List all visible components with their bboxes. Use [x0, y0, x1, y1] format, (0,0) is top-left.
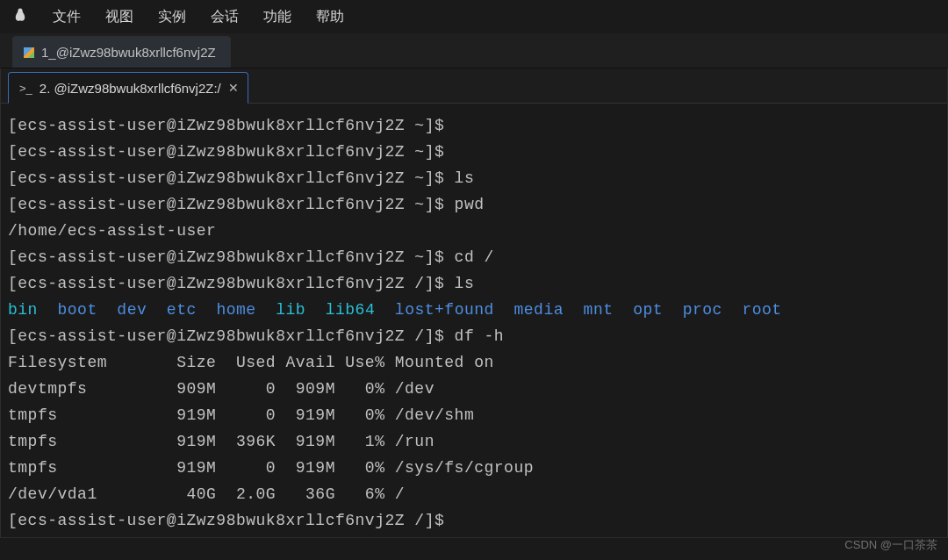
terminal-panel: >_ 2. @iZwz98bwuk8xrllcf6nvj2Z:/ ✕ [ecs-…: [0, 68, 948, 538]
menu-function[interactable]: 功能: [263, 8, 291, 26]
session-tab-1[interactable]: 1_@iZwz98bwuk8xrllcf6nvj2Z: [12, 36, 231, 68]
menu-file[interactable]: 文件: [53, 8, 81, 26]
terminal-tab-label: 2. @iZwz98bwuk8xrllcf6nvj2Z:/: [40, 81, 221, 96]
menubar: 文件 视图 实例 会话 功能 帮助: [0, 0, 948, 33]
session-tab-label: 1_@iZwz98bwuk8xrllcf6nvj2Z: [41, 45, 216, 60]
menu-session[interactable]: 会话: [211, 8, 239, 26]
menu-help[interactable]: 帮助: [316, 8, 344, 26]
session-tabstrip: 1_@iZwz98bwuk8xrllcf6nvj2Z: [0, 33, 948, 68]
menu-instance[interactable]: 实例: [158, 8, 186, 26]
penguin-icon: [12, 7, 28, 26]
terminal-tab-active[interactable]: >_ 2. @iZwz98bwuk8xrllcf6nvj2Z:/ ✕: [8, 72, 248, 104]
terminal-icon: >_: [19, 82, 32, 95]
close-icon[interactable]: ✕: [228, 81, 239, 95]
terminal-output[interactable]: [ecs-assist-user@iZwz98bwuk8xrllcf6nvj2Z…: [1, 104, 947, 537]
menu-view[interactable]: 视图: [105, 8, 133, 26]
tab-color-icon: [24, 47, 34, 58]
watermark: CSDN @一口茶茶: [844, 537, 937, 553]
terminal-tabstrip: >_ 2. @iZwz98bwuk8xrllcf6nvj2Z:/ ✕: [1, 68, 947, 104]
